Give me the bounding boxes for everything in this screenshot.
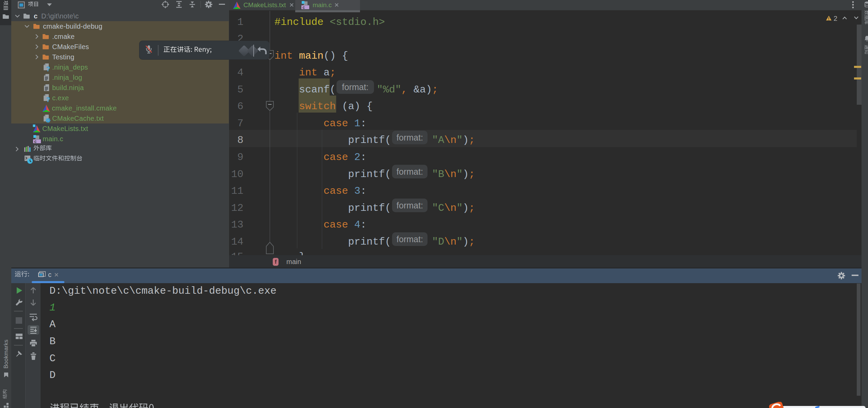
svg-text:c: c (303, 5, 305, 10)
svg-text:?: ? (46, 65, 50, 72)
svg-text:c: c (34, 139, 37, 144)
svg-text:?: ? (46, 96, 50, 103)
